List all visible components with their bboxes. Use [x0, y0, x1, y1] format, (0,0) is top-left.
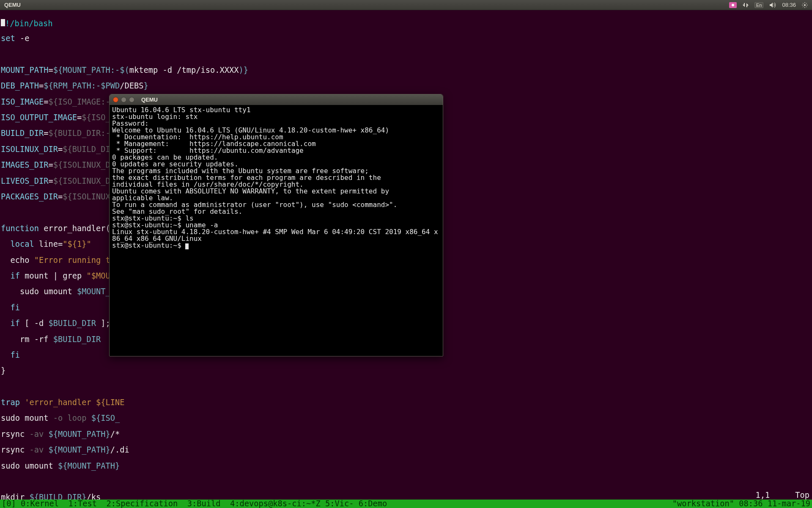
- svg-point-1: [732, 4, 734, 6]
- tmux-windows-list[interactable]: [0] 0:Kernel 1:Test 2:Specification 3:Bu…: [2, 500, 387, 508]
- qemu-terminal-line: stx-ubuntu login: stx: [112, 113, 440, 120]
- qemu-terminal-line: stx@stx-ubuntu:~$: [112, 242, 440, 249]
- tmux-status-right: "workstation" 08:36 11-mar-19: [672, 500, 810, 508]
- active-app-title: QEMU: [0, 2, 25, 8]
- qemu-terminal[interactable]: Ubuntu 16.04.6 LTS stx-ubuntu tty1stx-ub…: [110, 105, 443, 251]
- tmux-status-bar[interactable]: [0] 0:Kernel 1:Test 2:Specification 3:Bu…: [0, 500, 812, 508]
- vim-cursor-position: 1,1: [755, 491, 770, 500]
- network-icon[interactable]: [743, 2, 749, 8]
- vim-cursor: [1, 19, 5, 26]
- system-tray: En 08:36: [729, 2, 812, 8]
- qemu-cursor: [185, 243, 189, 249]
- window-close-button[interactable]: [113, 97, 118, 102]
- volume-icon[interactable]: [769, 2, 776, 8]
- qemu-terminal-line: Linux stx-ubuntu 4.18.20-custom-hwe+ #4 …: [112, 229, 440, 242]
- window-maximize-button[interactable]: [129, 97, 134, 102]
- qemu-titlebar[interactable]: QEMU: [110, 94, 443, 105]
- settings-gear-icon[interactable]: [802, 2, 808, 8]
- qemu-window-title: QEMU: [141, 97, 158, 103]
- vim-status-line: 1,1 Top: [0, 491, 812, 500]
- qemu-window[interactable]: QEMU Ubuntu 16.04.6 LTS stx-ubuntu tty1s…: [109, 94, 443, 356]
- window-minimize-button[interactable]: [121, 97, 126, 102]
- vim-scroll-location: Top: [795, 491, 809, 500]
- top-panel: QEMU En 08:36: [0, 0, 812, 10]
- screen-recorder-icon[interactable]: [729, 2, 737, 8]
- clock[interactable]: 08:36: [782, 2, 796, 8]
- keyboard-layout-indicator[interactable]: En: [754, 2, 763, 8]
- svg-point-2: [804, 4, 806, 6]
